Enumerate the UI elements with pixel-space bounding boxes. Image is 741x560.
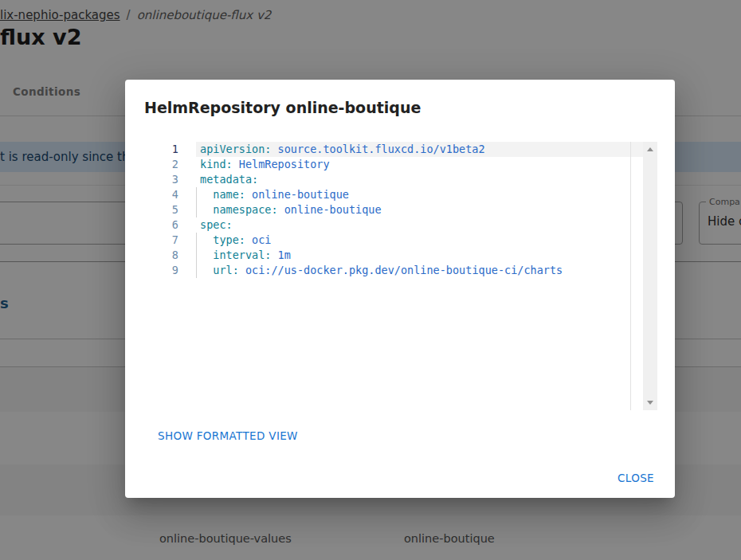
code-text: url: oci://us-docker.pkg.dev/online-bout… (196, 263, 643, 278)
code-text: namespace: online-boutique (196, 202, 643, 217)
line-number: 8 (156, 248, 178, 263)
code-text: kind: HelmRepository (196, 157, 643, 172)
yaml-editor-lines: 1apiVersion: source.toolkit.fluxcd.io/v1… (156, 142, 643, 278)
editor-scrollbar[interactable] (643, 142, 657, 410)
code-line: 3metadata: (156, 172, 643, 187)
line-number: 9 (156, 263, 178, 278)
show-formatted-view-button[interactable]: SHOW FORMATTED VIEW (158, 429, 298, 442)
code-line: 6spec: (156, 217, 643, 233)
scroll-up-icon[interactable] (647, 147, 653, 151)
line-number: 5 (156, 202, 178, 217)
line-number: 4 (156, 187, 178, 202)
code-text: spec: (196, 217, 643, 233)
line-number: 3 (156, 172, 178, 187)
line-number: 6 (156, 217, 178, 233)
code-line: 9 url: oci://us-docker.pkg.dev/online-bo… (156, 263, 643, 278)
dialog-title: HelmRepository online-boutique (144, 99, 421, 116)
code-text: type: oci (196, 233, 643, 248)
code-line: 4 name: online-boutique (156, 187, 643, 202)
line-number: 1 (156, 142, 178, 157)
yaml-code-editor[interactable]: 1apiVersion: source.toolkit.fluxcd.io/v1… (156, 142, 657, 410)
code-text: interval: 1m (196, 248, 643, 263)
screen: lix-nephio-packages/onlineboutique-flux … (0, 0, 741, 560)
code-line: 5 namespace: online-boutique (156, 202, 643, 217)
code-text: apiVersion: source.toolkit.fluxcd.io/v1b… (196, 142, 643, 157)
helmrepository-dialog: HelmRepository online-boutique 1apiVersi… (125, 80, 675, 498)
editor-content-border (630, 142, 631, 410)
scroll-down-icon[interactable] (647, 401, 653, 405)
code-line: 7 type: oci (156, 233, 643, 248)
line-number: 2 (156, 157, 178, 172)
code-line: 1apiVersion: source.toolkit.fluxcd.io/v1… (156, 142, 643, 157)
close-button[interactable]: CLOSE (618, 472, 654, 484)
code-line: 8 interval: 1m (156, 248, 643, 263)
code-text: name: online-boutique (196, 187, 643, 202)
code-line: 2kind: HelmRepository (156, 157, 643, 172)
code-text: metadata: (196, 172, 643, 187)
line-number: 7 (156, 233, 178, 248)
